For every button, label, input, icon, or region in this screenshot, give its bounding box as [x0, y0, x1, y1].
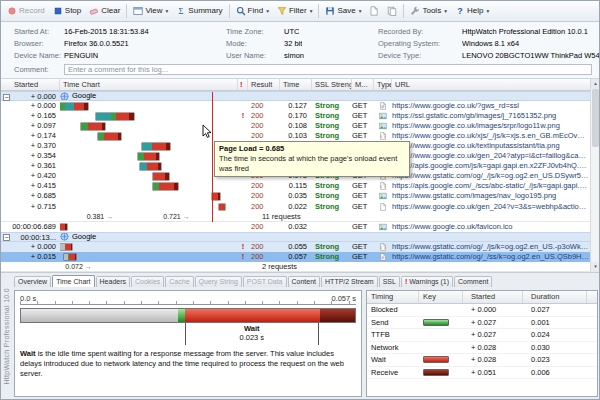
- session-field: User Name:simon: [226, 50, 378, 61]
- request-count: 11 requests: [248, 212, 301, 221]
- dropdown-caret-icon: ▾: [166, 8, 169, 14]
- save-label: Save: [337, 6, 355, 15]
- sidebar-brand: HttpWatch Professional 10.0: [0, 272, 13, 400]
- time-chart-panel: 0.0 s 0.057 s Wait 0.023 s Wait is the i…: [14, 290, 362, 397]
- tab-cache[interactable]: Cache: [165, 276, 193, 287]
- summary-row: 0.072 →2 requests: [0, 262, 590, 272]
- request-time-bar: [96, 113, 133, 120]
- dropdown-caret-icon: ▾: [266, 8, 269, 14]
- col-time[interactable]: Time: [280, 79, 312, 90]
- request-row[interactable]: + 0.7152000.022StrongGEThttps://www.goog…: [0, 202, 590, 212]
- clear-button[interactable]: Clear: [85, 4, 124, 18]
- record-button[interactable]: Record: [3, 4, 49, 18]
- chart-measure: 0.072 →: [65, 262, 91, 271]
- tab-overview[interactable]: Overview: [14, 276, 51, 287]
- tools-button[interactable]: Tools▾: [406, 4, 450, 18]
- page-load-marker-line: [212, 92, 213, 222]
- tab-warnings[interactable]: !Warnings (1): [401, 276, 453, 287]
- request-row[interactable]: + 0.1742000.103StrongGEThttps://www.goog…: [0, 131, 590, 141]
- chart-measure: 0.381 →: [87, 212, 113, 221]
- tab-http2-stream[interactable]: HTTP/2 Stream: [321, 276, 378, 287]
- request-time-bar: [64, 254, 77, 261]
- request-row[interactable]: 00:00:06.6892000.032GEThttps://www.googl…: [0, 222, 590, 232]
- filter-button[interactable]: Filter▾: [273, 4, 317, 18]
- timing-row[interactable]: Network+ 0.0280.030: [367, 342, 597, 355]
- copy-button[interactable]: [383, 4, 401, 18]
- timing-col-timing[interactable]: Timing: [367, 291, 419, 303]
- html-icon: [379, 102, 387, 110]
- help-button[interactable]: ?Help▾: [451, 4, 493, 18]
- tab-comment[interactable]: Comment: [454, 276, 492, 287]
- request-row[interactable]: + 0.0002000.127StrongGEThttps://www.goog…: [0, 101, 590, 111]
- warning-flag: !: [238, 252, 248, 262]
- scroll-thumb[interactable]: [592, 89, 599, 147]
- request-time-bar: [212, 193, 220, 200]
- summary-icon: Σ: [176, 6, 186, 16]
- tab-content[interactable]: Content: [288, 276, 321, 287]
- request-row[interactable]: + 0.000!2000.055StrongGEThttps://www.gst…: [0, 242, 590, 252]
- tab-headers[interactable]: Headers: [96, 276, 130, 287]
- comment-input[interactable]: [64, 64, 592, 75]
- request-time-bar: [60, 224, 67, 231]
- timing-col-duration[interactable]: Duration: [523, 291, 587, 303]
- tab-query-string[interactable]: Query String: [195, 276, 242, 287]
- timing-col-started[interactable]: Started: [463, 291, 523, 303]
- collapse-toggle[interactable]: −: [3, 94, 10, 101]
- dropdown-caret-icon: ▾: [310, 8, 313, 14]
- request-row[interactable]: + 0.0972000.108StrongGEThttps://www.goog…: [0, 121, 590, 131]
- tab-ssl[interactable]: SSL: [379, 276, 400, 287]
- find-button[interactable]: Find▾: [232, 4, 273, 18]
- page-group-row[interactable]: −00:00:13...Google: [0, 232, 590, 242]
- view-button[interactable]: View▾: [129, 4, 172, 18]
- warning-flag: [238, 121, 248, 131]
- find-label: Find: [248, 6, 264, 15]
- script-icon: [379, 182, 387, 190]
- request-row[interactable]: + 0.015!2000.057StrongGEThttps://www.gst…: [0, 252, 590, 262]
- scroll-down-arrow[interactable]: ▼: [591, 262, 600, 272]
- col-warning[interactable]: !: [238, 79, 248, 90]
- globe-icon: [60, 92, 69, 100]
- save-button[interactable]: Save▾: [321, 4, 365, 18]
- timing-row[interactable]: Receive+ 0.0510.006: [367, 367, 597, 380]
- page-title: Google: [72, 233, 96, 241]
- col-result[interactable]: Result: [248, 79, 280, 90]
- timing-row[interactable]: TTFB+ 0.0270.024: [367, 329, 597, 342]
- request-row[interactable]: + 0.6852000.035StrongGEThttps://www.gsta…: [0, 191, 590, 201]
- vertical-scrollbar[interactable]: ▲ ▼: [590, 79, 600, 272]
- collapse-toggle[interactable]: −: [3, 234, 10, 241]
- col-method[interactable]: M...: [352, 79, 374, 90]
- session-field: Device Name:PENGUIN: [14, 50, 226, 61]
- tab-cookies[interactable]: Cookies: [131, 276, 164, 287]
- warning-flag: !: [238, 242, 248, 252]
- timing-row[interactable]: Blocked+ 0.0000.027: [367, 304, 597, 317]
- request-time-bar: [140, 163, 161, 170]
- clear-icon: [89, 6, 99, 16]
- export-button[interactable]: [365, 4, 383, 18]
- col-type[interactable]: Type: [374, 79, 392, 90]
- request-time-bar: [60, 103, 88, 110]
- request-row[interactable]: + 0.165!2000.170StrongGEThttps://ssl.gst…: [0, 111, 590, 121]
- col-ssl-strength[interactable]: SSL Strength: [312, 79, 352, 90]
- tab-time-chart[interactable]: Time Chart: [52, 275, 94, 287]
- dropdown-caret-icon: ▾: [444, 8, 447, 14]
- summary-button[interactable]: ΣSummary: [172, 4, 226, 18]
- timing-row[interactable]: Wait+ 0.0280.023: [367, 354, 597, 367]
- session-field: Device Type:LENOVO 20BGCTO1WW ThinkPad W…: [378, 50, 600, 61]
- script-icon: [379, 132, 387, 140]
- col-time-chart[interactable]: Time Chart: [60, 79, 238, 90]
- page-group-row[interactable]: −+ 0.000Google: [0, 91, 590, 101]
- col-url[interactable]: URL: [392, 79, 590, 90]
- timing-col-key[interactable]: Key: [419, 291, 463, 303]
- request-row[interactable]: + 0.4152000.115StrongGEThttps://apis.goo…: [0, 181, 590, 191]
- doc-icon: [379, 203, 387, 211]
- svg-text:?: ?: [457, 6, 463, 16]
- tools-icon: [410, 6, 420, 16]
- stop-button[interactable]: Stop: [49, 4, 85, 18]
- scroll-up-arrow[interactable]: ▲: [591, 79, 600, 89]
- tab-post-data[interactable]: POST Data: [243, 276, 287, 287]
- timing-table-header: TimingKeyStartedDuration: [367, 291, 597, 304]
- col-started[interactable]: Started: [0, 79, 60, 90]
- request-time-bar: [98, 133, 121, 140]
- warning-flag: [238, 222, 248, 232]
- timing-row[interactable]: Send+ 0.0270.001: [367, 317, 597, 330]
